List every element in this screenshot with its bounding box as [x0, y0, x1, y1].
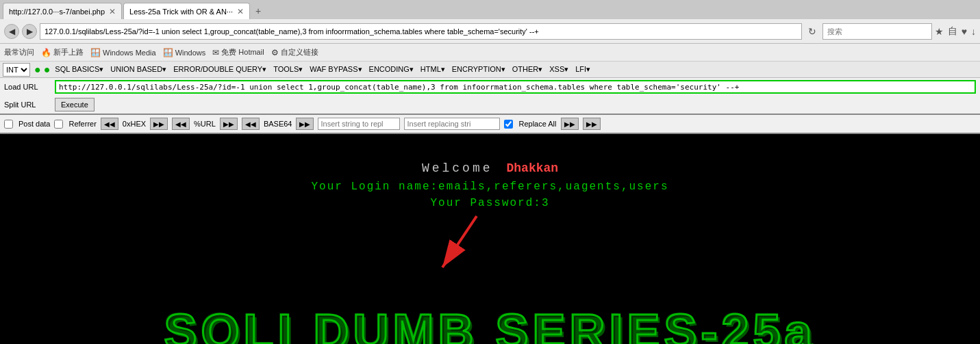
bookmark-windows-media[interactable]: 🪟 Windows Media	[90, 48, 156, 57]
password-text: Your Password:3	[430, 197, 549, 209]
forward-button[interactable]: ▶	[22, 24, 37, 39]
bookmark-windows-label: Windows	[175, 49, 206, 57]
hex-right-arrow[interactable]: ▶▶	[150, 118, 168, 130]
load-url-input[interactable]	[55, 80, 976, 94]
execute-button[interactable]: Execute	[55, 98, 95, 111]
user-icon[interactable]: 自	[948, 25, 957, 38]
search-input[interactable]	[822, 23, 932, 40]
replace-left-arrow[interactable]: ▶▶	[561, 118, 579, 130]
menu-xss[interactable]: XSS▾	[546, 64, 572, 75]
browser-chrome: http://127.0.0···s-7/anbei.php ✕ Less-25…	[0, 0, 980, 134]
heart-icon[interactable]: ♥	[962, 26, 967, 37]
menu-lfi[interactable]: LFI▾	[572, 64, 594, 75]
insert-replacing-input[interactable]	[404, 118, 500, 130]
post-data-label: Post data	[18, 120, 50, 128]
main-toolbar: INT ● ● SQL BASICS▾ UNION BASED▾ ERROR/D…	[0, 62, 980, 78]
tab-2-label: Less-25a Trick with OR & AN···	[129, 8, 233, 16]
gear-icon: ⚙	[271, 48, 279, 57]
load-url-label: Load URL	[4, 83, 52, 91]
menu-union-based[interactable]: UNION BASED▾	[107, 64, 170, 75]
url-left-arrow[interactable]: ◀◀	[172, 118, 190, 130]
replace-all-checkbox[interactable]	[504, 120, 513, 129]
referrer-label: Referrer	[68, 120, 96, 128]
post-data-checkbox[interactable]	[4, 120, 13, 129]
replace-all-label: Replace All	[518, 120, 556, 128]
url-label: %URL	[194, 120, 216, 128]
menu-waf-bypass[interactable]: WAF BYPASS▾	[306, 64, 365, 75]
windows-icon: 🪟	[163, 48, 173, 57]
refresh-button[interactable]: ↻	[805, 24, 820, 39]
menu-sql-basics[interactable]: SQL BASICS▾	[51, 64, 107, 75]
hex-label: 0xHEX	[123, 120, 146, 128]
bookmark-windows[interactable]: 🪟 Windows	[163, 48, 206, 57]
windows-media-icon: 🪟	[90, 48, 101, 57]
mail-icon: ✉	[212, 48, 219, 57]
svg-line-1	[442, 216, 477, 267]
replace-right-arrow[interactable]: ▶▶	[583, 118, 601, 130]
insert-string-input[interactable]	[318, 118, 400, 130]
user-name: Dhakkan	[507, 161, 559, 175]
download-icon[interactable]: ↓	[971, 26, 976, 37]
bookmark-custom[interactable]: ⚙ 自定义链接	[271, 47, 318, 57]
address-bar-icons: ★ 自 ♥ ↓	[935, 25, 976, 38]
welcome-line: Welcome Dhakkan	[422, 161, 558, 175]
options-row: Post data Referrer ◀◀ 0xHEX ▶▶ ◀◀ %URL ▶…	[0, 115, 980, 134]
bookmark-beginner[interactable]: 🔥 新手上路	[41, 47, 84, 57]
bookmark-windows-media-label: Windows Media	[103, 49, 156, 57]
menu-html[interactable]: HTML▾	[417, 64, 449, 75]
bookmark-most-visited-label: 最常访问	[4, 47, 34, 57]
sqli-title: SQLI DUMB SERIES-25a	[164, 304, 816, 344]
status-dot-2: ●	[44, 64, 51, 76]
menu-encryption[interactable]: ENCRYPTION▾	[449, 64, 509, 75]
page-content: Welcome Dhakkan Your Login name:emails,r…	[0, 134, 980, 344]
welcome-label: Welcome	[422, 161, 493, 175]
red-arrow	[422, 209, 504, 278]
login-text: Your Login name:emails,referers,uagents,…	[311, 181, 668, 193]
hex-left-arrow[interactable]: ◀◀	[101, 118, 118, 130]
bookmarks-bar: 最常访问 🔥 新手上路 🪟 Windows Media 🪟 Windows ✉ …	[0, 44, 980, 62]
back-button[interactable]: ◀	[4, 24, 19, 39]
fire-icon: 🔥	[41, 48, 51, 57]
bookmark-hotmail-label: 免费 Hotmail	[221, 47, 264, 57]
bookmark-beginner-label: 新手上路	[53, 47, 84, 57]
tab-1-close[interactable]: ✕	[109, 7, 116, 16]
base64-left-arrow[interactable]: ◀◀	[242, 118, 260, 130]
bookmark-most-visited[interactable]: 最常访问	[4, 47, 34, 57]
menu-other[interactable]: OTHER▾	[509, 64, 546, 75]
url-input[interactable]	[40, 23, 802, 40]
base64-right-arrow[interactable]: ▶▶	[296, 118, 314, 130]
url-right-arrow[interactable]: ▶▶	[220, 118, 238, 130]
split-url-label: Split URL	[4, 101, 52, 109]
bookmark-hotmail[interactable]: ✉ 免费 Hotmail	[212, 47, 264, 57]
tab-bar: http://127.0.0···s-7/anbei.php ✕ Less-25…	[0, 0, 980, 19]
menu-tools[interactable]: TOOLS▾	[270, 64, 306, 75]
split-execute-row: Split URL Execute	[0, 96, 980, 114]
status-dot-1: ●	[34, 64, 41, 76]
menu-encoding[interactable]: ENCODING▾	[366, 64, 417, 75]
base64-label: BASE64	[264, 120, 292, 128]
star-icon[interactable]: ★	[935, 26, 944, 37]
referrer-checkbox[interactable]	[54, 120, 63, 129]
new-tab-button[interactable]: +	[251, 4, 265, 18]
bookmark-custom-label: 自定义链接	[281, 47, 318, 57]
load-url-row: Load URL	[0, 78, 980, 96]
tab-2[interactable]: Less-25a Trick with OR & AN··· ✕	[123, 3, 250, 19]
mode-select[interactable]: INT	[3, 63, 30, 77]
tab-1-label: http://127.0.0···s-7/anbei.php	[9, 8, 105, 16]
tab-2-close[interactable]: ✕	[237, 7, 244, 16]
menu-error-double-query[interactable]: ERROR/DOUBLE QUERY▾	[170, 64, 270, 75]
tool-panel: Load URL Split URL Execute	[0, 78, 980, 115]
tab-1[interactable]: http://127.0.0···s-7/anbei.php ✕	[3, 3, 122, 19]
address-bar: ◀ ▶ ↻ ★ 自 ♥ ↓	[0, 19, 980, 44]
